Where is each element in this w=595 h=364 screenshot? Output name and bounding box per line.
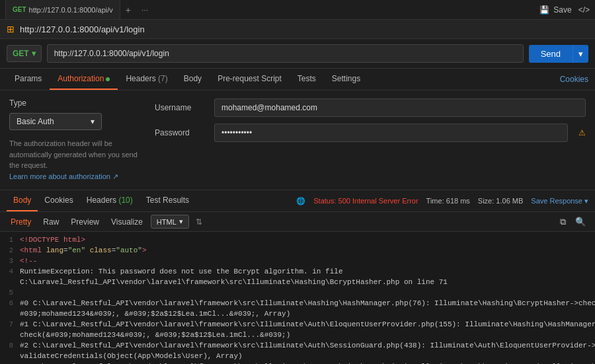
code-line-6b: #039;mohamed1234&#039;, &#039;$2a$12$Lea…: [0, 310, 595, 320]
code-line-6: 6 #0 C:\Laravel_Restful_API\vendor\larav…: [0, 299, 595, 310]
active-tab[interactable]: GET http://127.0.0.1:8000/api/v: [5, 0, 120, 19]
format-value: HTML: [157, 218, 177, 226]
url-input[interactable]: [47, 44, 524, 63]
auth-type-chevron: ▾: [91, 117, 95, 126]
code-line-8b: validateCredentials(Object(App\Models\Us…: [0, 352, 595, 363]
auth-section: Type Basic Auth ▾ The authorization head…: [0, 91, 595, 190]
username-label: Username: [155, 103, 208, 112]
tab-tests[interactable]: Tests: [290, 69, 324, 90]
request-tabs: Params Authorization Headers (7) Body Pr…: [0, 69, 595, 91]
resp-tab-body[interactable]: Body: [7, 190, 38, 211]
code-line-5: 5: [0, 289, 595, 299]
status-area: 🌐 Status: 500 Internal Server Error Time…: [296, 197, 588, 205]
password-input[interactable]: [214, 124, 568, 142]
learn-more-link[interactable]: Learn more about authorization: [9, 172, 110, 180]
new-tab-button[interactable]: +: [120, 5, 136, 15]
auth-description: The authorization header will be automat…: [9, 138, 141, 182]
raw-button[interactable]: Raw: [39, 215, 63, 229]
method-value: GET: [13, 49, 29, 58]
response-time: Time: 618 ms: [426, 197, 470, 205]
code-line-3: 3 <!--: [0, 257, 595, 268]
tab-method: GET: [13, 6, 26, 13]
learn-more-icon: ↗: [112, 172, 118, 180]
tab-settings[interactable]: Settings: [324, 69, 368, 90]
visualize-button[interactable]: Visualize: [107, 215, 147, 229]
method-chevron: ▾: [32, 49, 36, 58]
format-select[interactable]: HTML ▾: [151, 215, 189, 229]
send-button[interactable]: Send: [529, 45, 573, 63]
cookies-link[interactable]: Cookies: [560, 75, 588, 84]
response-tabs: Body Cookies Headers (10) Test Results 🌐…: [0, 190, 595, 212]
sort-icon: ⇅: [196, 217, 202, 227]
url-row: GET ▾ Send ▾: [0, 39, 595, 69]
copy-button[interactable]: ⧉: [557, 215, 569, 229]
tab-prerequest[interactable]: Pre-request Script: [210, 69, 290, 90]
auth-type-value: Basic Auth: [17, 117, 54, 126]
more-tabs-button[interactable]: ···: [136, 5, 153, 15]
tab-body[interactable]: Body: [176, 69, 210, 90]
tab-authorization[interactable]: Authorization: [50, 69, 118, 90]
tab-params[interactable]: Params: [7, 69, 50, 90]
auth-type-panel: Type Basic Auth ▾ The authorization head…: [9, 98, 141, 182]
code-area[interactable]: 1 <!DOCTYPE html> 2 <html lang="en" clas…: [0, 232, 595, 364]
status-badge: Status: 500 Internal Server Error: [313, 197, 418, 205]
username-row: Username: [155, 98, 586, 117]
globe-icon: 🌐: [296, 197, 305, 205]
auth-type-dropdown[interactable]: Basic Auth ▾: [9, 113, 102, 130]
code-action-icons: ⧉ 🔍: [557, 215, 588, 229]
password-label: Password: [155, 128, 208, 137]
tab-headers[interactable]: Headers (7): [118, 69, 175, 90]
code-line-8: 8 #2 C:\Laravel_Restful_API\vendor\larav…: [0, 342, 595, 352]
send-button-group: Send ▾: [529, 45, 588, 63]
code-line-2: 2 <html lang="en" class="auto">: [0, 246, 595, 257]
code-line-4: 4 RuntimeException: This password does n…: [0, 268, 595, 278]
auth-active-dot: [106, 77, 110, 81]
auth-fields-panel: Username Password ⚠: [155, 98, 586, 182]
password-row: Password ⚠: [155, 124, 586, 142]
preview-button[interactable]: Preview: [67, 215, 103, 229]
auth-type-label: Type: [9, 98, 141, 108]
format-chevron: ▾: [179, 217, 183, 226]
code-line-7: 7 #1 C:\Laravel_Restful_API\vendor\larav…: [0, 320, 595, 331]
address-url: http://127.0.0.1:8000/api/v1/login: [20, 24, 145, 34]
tab-url: http://127.0.0.1:8000/api/v: [29, 6, 113, 14]
save-icon: 💾: [539, 5, 549, 15]
pretty-button[interactable]: Pretty: [7, 215, 35, 229]
resp-tab-headers[interactable]: Headers (10): [80, 190, 139, 211]
address-bar: ⊞ http://127.0.0.1:8000/api/v1/login: [0, 20, 595, 39]
environment-icon: ⊞: [7, 24, 15, 34]
resp-tab-tests[interactable]: Test Results: [139, 190, 196, 211]
save-response-button[interactable]: Save Response ▾: [531, 197, 588, 205]
code-line-7b: check(&#039;mohamed1234&#039;, &#039;$2a…: [0, 331, 595, 342]
method-select[interactable]: GET ▾: [7, 45, 42, 62]
code-controls: Pretty Raw Preview Visualize HTML ▾ ⇅ ⧉ …: [0, 212, 595, 232]
send-dropdown-button[interactable]: ▾: [573, 45, 588, 63]
top-bar: GET http://127.0.0.1:8000/api/v + ··· 💾 …: [0, 0, 595, 20]
resp-tab-cookies[interactable]: Cookies: [38, 190, 79, 211]
password-warning-icon: ⚠: [578, 128, 586, 137]
response-size: Size: 1.06 MB: [478, 197, 523, 205]
search-button[interactable]: 🔍: [573, 215, 588, 229]
code-line-1: 1 <!DOCTYPE html>: [0, 236, 595, 246]
code-line-4b: C:\Laravel_Restful_API\vendor\laravel\fr…: [0, 278, 595, 289]
username-input[interactable]: [214, 98, 586, 117]
save-button[interactable]: 💾 Save: [539, 5, 571, 15]
code-view-button[interactable]: </>: [578, 5, 590, 15]
